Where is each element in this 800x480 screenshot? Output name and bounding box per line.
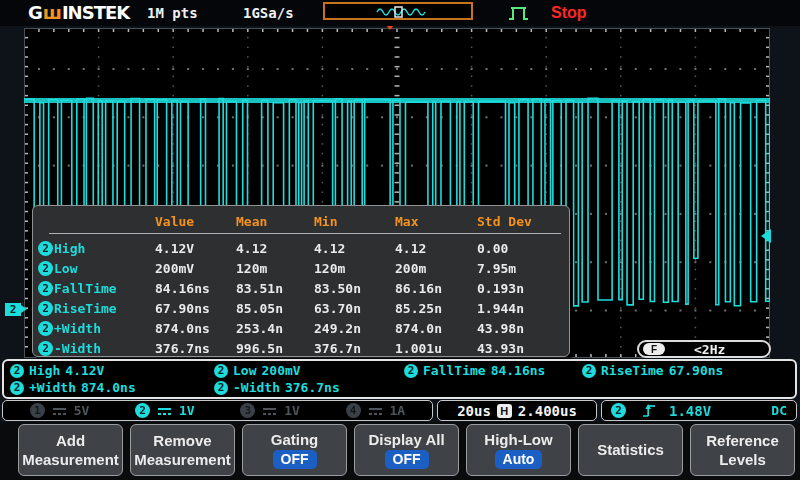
channels-status-box: 1 5V 2 1V 3 1V <box>2 400 433 421</box>
channel-2-icon: 2 <box>38 241 53 256</box>
dc-coupling-icon <box>157 401 172 420</box>
channel-2-icon: 2 <box>10 364 24 378</box>
cell-min: 120m <box>314 261 395 276</box>
logo-w: ш <box>42 2 62 23</box>
frequency-counter: F <2Hz <box>637 340 771 358</box>
button-label-line1: Remove <box>153 432 211 449</box>
measurement-bar: 2 High 4.12V 2 Low 200mV 2 FallTime 84.1… <box>2 359 797 399</box>
cell-std: 0.193n <box>477 281 569 296</box>
button-label-line1: Reference <box>706 432 779 449</box>
cell-value: 200mV <box>155 261 236 276</box>
column-header-max: Max <box>395 214 477 229</box>
channel-2-icon: 2 <box>404 364 418 378</box>
channel-2-icon: 2 <box>214 381 228 395</box>
brand-logo: GшINSTEK <box>28 2 129 23</box>
measurement-value: 4.12V <box>65 363 104 378</box>
measurement-name: High <box>54 241 155 256</box>
trigger-coupling: DC <box>771 403 787 418</box>
channel-scale: 1V <box>179 403 195 418</box>
measurement-label: Low <box>233 363 256 378</box>
memory-bar <box>323 2 473 20</box>
trigger-channel-icon: 2 <box>611 403 626 418</box>
horizontal-window-icon: H <box>497 404 512 418</box>
cell-mean: 996.5n <box>236 341 314 356</box>
statistics-table-row: 2 +Width 874.0ns 253.4n 249.2n 874.0n 43… <box>33 318 569 338</box>
channel-number-icon: 4 <box>346 403 361 418</box>
measurement-label: FallTime <box>423 363 486 378</box>
dc-coupling-icon <box>368 401 383 420</box>
cell-mean: 253.4n <box>236 321 314 336</box>
measurement-label: RiseTime <box>601 363 664 378</box>
channel-number-icon: 1 <box>30 403 45 418</box>
statistics-table-row: 2 FallTime 84.16ns 83.51n 83.50n 86.16n … <box>33 278 569 298</box>
channel-2-icon: 2 <box>38 341 53 356</box>
cell-mean: 83.51n <box>236 281 314 296</box>
cell-std: 7.95m <box>477 261 569 276</box>
cell-min: 63.70n <box>314 301 395 316</box>
cell-max: 200m <box>395 261 477 276</box>
measurement-name: Low <box>54 261 155 276</box>
soft-key-button[interactable]: Remove Measurement <box>130 424 235 476</box>
measurement-item: 2 -Width 376.7ns <box>214 380 340 395</box>
channel-2-icon: 2 <box>38 301 53 316</box>
cell-value: 4.12V <box>155 241 236 256</box>
channel-2-icon: 2 <box>214 364 228 378</box>
channel-2-icon: 2 <box>38 321 53 336</box>
cell-max: 1.001u <box>395 341 477 356</box>
button-label-line1: High-Low <box>484 431 552 448</box>
measurement-name: +Width <box>54 321 155 336</box>
measurement-value: 67.90ns <box>669 363 724 378</box>
channel2-ground-marker: 2 <box>5 303 21 316</box>
channel-scale: 1V <box>284 403 300 418</box>
measurement-name: RiseTime <box>54 301 155 316</box>
statistics-table-row: 2 Low 200mV 120m 120m 200m 7.95m <box>33 258 569 278</box>
statistics-panel: Value Mean Min Max Std Dev 2 High 4.12V … <box>32 205 570 357</box>
header-separator <box>49 233 561 234</box>
timebase-box: 20us H 2.400us <box>437 400 597 421</box>
memory-depth-label: 1M pts <box>147 5 198 21</box>
soft-key-button[interactable]: Reference Levels <box>690 424 795 476</box>
measurement-value: 376.7ns <box>285 380 340 395</box>
channel-2-icon: 2 <box>38 261 53 276</box>
cell-std: 0.00 <box>477 241 569 256</box>
trigger-level: 1.48V <box>669 403 711 419</box>
cell-max: 874.0n <box>395 321 477 336</box>
timebase-delay: 2.400us <box>518 403 577 419</box>
measurement-item: 2 RiseTime 67.90ns <box>582 363 723 378</box>
soft-key-button[interactable]: Add Measurement <box>18 424 123 476</box>
channel-2-icon: 2 <box>582 364 596 378</box>
button-state-badge: Auto <box>495 450 543 469</box>
button-state-badge: OFF <box>385 450 429 469</box>
button-label-line1: Add <box>56 432 85 449</box>
soft-key-menu: Add Measurement Remove Measurement Gatin… <box>0 422 800 480</box>
cell-mean: 120m <box>236 261 314 276</box>
cell-max: 4.12 <box>395 241 477 256</box>
memory-waveform-icon <box>325 5 471 19</box>
soft-key-button[interactable]: Statistics <box>578 424 683 476</box>
measurement-item: 2 FallTime 84.16ns <box>404 363 545 378</box>
cell-value: 376.7ns <box>155 341 236 356</box>
channel-scale: 1A <box>390 403 406 418</box>
sample-rate-label: 1GSa/s <box>243 5 294 21</box>
dc-coupling-icon <box>262 401 277 420</box>
measurement-name: FallTime <box>54 281 155 296</box>
oscilloscope-screen: 2 GшINSTEK 1M pts 1GSa/s Stop F <2Hz Val… <box>0 0 800 480</box>
frequency-value: <2Hz <box>694 342 725 357</box>
button-label-line2: Measurement <box>134 451 231 468</box>
top-bar: GшINSTEK 1M pts 1GSa/s Stop <box>0 0 800 26</box>
cell-min: 83.50n <box>314 281 395 296</box>
soft-key-button[interactable]: Gating OFF <box>242 424 347 476</box>
measurement-label: -Width <box>233 380 280 395</box>
measurement-item: 2 Low 200mV <box>214 363 301 378</box>
cell-min: 249.2n <box>314 321 395 336</box>
cell-max: 86.16n <box>395 281 477 296</box>
column-header-mean: Mean <box>236 214 314 229</box>
logo-instek: INSTEK <box>62 2 129 23</box>
soft-key-button[interactable]: High-Low Auto <box>466 424 571 476</box>
channel-number-icon: 2 <box>135 403 150 418</box>
soft-key-button[interactable]: Display All OFF <box>354 424 459 476</box>
button-label-line1: Gating <box>271 431 319 448</box>
cell-value: 874.0ns <box>155 321 236 336</box>
button-label-line2: Measurement <box>22 451 119 468</box>
measurement-item: 2 High 4.12V <box>10 363 104 378</box>
